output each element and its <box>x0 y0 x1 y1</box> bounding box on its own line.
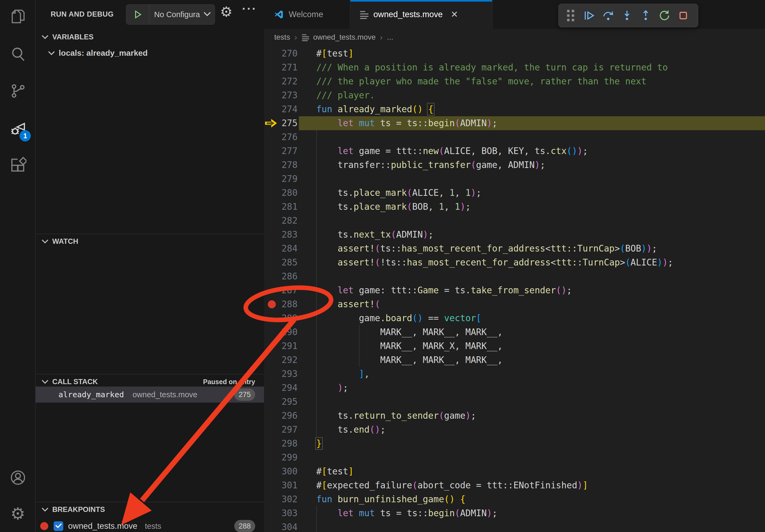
breadcrumb-item[interactable]: owned_tests.move <box>313 33 376 42</box>
code-line-280[interactable]: 280 ts.place_mark(ALICE, 1, 1); <box>264 186 765 200</box>
code-line-291[interactable]: 291 MARK__, MARK_X, MARK__, <box>264 339 765 353</box>
code-line-289[interactable]: 289 game.board() == vector[ <box>264 311 765 325</box>
code-line-302[interactable]: 302fun burn_unfinished_game() { <box>264 492 765 506</box>
code-line-296[interactable]: 296 ts.return_to_sender(game); <box>264 409 765 423</box>
gutter[interactable]: 270 <box>264 47 316 61</box>
gutter[interactable]: 287 <box>264 283 316 297</box>
gutter[interactable]: 289 <box>264 311 316 325</box>
code-line-278[interactable]: 278 transfer::public_transfer(game, ADMI… <box>264 158 765 172</box>
gutter[interactable]: 286 <box>264 269 316 283</box>
code-line-299[interactable]: 299 <box>264 450 765 464</box>
stop-icon[interactable] <box>674 5 693 26</box>
more-actions-icon[interactable]: ··· <box>242 2 257 16</box>
code-line-282[interactable]: 282 <box>264 214 765 228</box>
code-line-290[interactable]: 290 MARK__, MARK__, MARK__, <box>264 325 765 339</box>
gutter[interactable]: 271 <box>264 61 316 75</box>
code-line-270[interactable]: 270#[test] <box>264 47 765 61</box>
code-line-272[interactable]: 272/// the player who made the "false" m… <box>264 75 765 89</box>
code-line-273[interactable]: 273/// player. <box>264 89 765 102</box>
code-line-304[interactable]: 304 <box>264 520 765 532</box>
gutter[interactable]: 295 <box>264 395 316 409</box>
code-line-284[interactable]: 284 assert!(ts::has_most_recent_for_addr… <box>264 242 765 256</box>
gutter[interactable]: 297 <box>264 423 316 437</box>
gutter[interactable]: 284 <box>264 242 316 256</box>
code-line-292[interactable]: 292 MARK__, MARK__, MARK__, <box>264 353 765 367</box>
accounts-icon[interactable] <box>0 463 36 492</box>
gutter[interactable]: 274 <box>264 102 316 116</box>
code-line-295[interactable]: 295 <box>264 395 765 409</box>
breakpoint-list-item[interactable]: owned_tests.move tests 288 <box>36 519 264 532</box>
explorer-icon[interactable] <box>0 2 36 31</box>
source-control-icon[interactable] <box>0 76 36 106</box>
code-line-277[interactable]: 277 let game = ttt::new(ALICE, BOB, KEY,… <box>264 144 765 158</box>
code-line-271[interactable]: 271/// When a position is already marked… <box>264 61 765 75</box>
gutter[interactable]: 288 <box>264 297 316 311</box>
variables-locals-item[interactable]: locals: already_marked <box>36 46 264 61</box>
run-and-debug-icon[interactable]: 1 <box>0 114 36 143</box>
code-line-279[interactable]: 279 <box>264 172 765 186</box>
gutter[interactable]: 303 <box>264 506 316 520</box>
code-line-300[interactable]: 300#[test] <box>264 464 765 478</box>
gutter[interactable]: 301 <box>264 478 316 492</box>
debug-config-dropdown[interactable]: No Configura <box>126 4 215 25</box>
gutter[interactable]: 281 <box>264 200 316 214</box>
code-line-301[interactable]: 301#[expected_failure(abort_code = ttt::… <box>264 478 765 492</box>
gutter[interactable]: 292 <box>264 353 316 367</box>
breakpoint-checkbox[interactable] <box>54 521 63 531</box>
gutter[interactable]: 285 <box>264 256 316 269</box>
launch-settings-gear-icon[interactable]: ⚙ <box>220 4 233 20</box>
close-tab-icon[interactable]: ✕ <box>450 9 458 20</box>
gutter[interactable]: 279 <box>264 172 316 186</box>
toolbar-drag-handle[interactable] <box>561 5 580 26</box>
step-out-icon[interactable] <box>636 5 655 26</box>
gutter[interactable]: 291 <box>264 339 316 353</box>
gutter[interactable]: 278 <box>264 158 316 172</box>
restart-icon[interactable] <box>655 5 674 26</box>
code-line-285[interactable]: 285 assert!(!ts::has_most_recent_for_add… <box>264 256 765 269</box>
variables-section-header[interactable]: VARIABLES <box>36 30 264 45</box>
code-line-303[interactable]: 303 let mut ts = ts::begin(ADMIN); <box>264 506 765 520</box>
gutter[interactable]: 300 <box>264 464 316 478</box>
gutter[interactable]: 273 <box>264 89 316 102</box>
code-line-293[interactable]: 293 ], <box>264 367 765 381</box>
code-line-297[interactable]: 297 ts.end(); <box>264 423 765 437</box>
gutter[interactable]: 293 <box>264 367 316 381</box>
gutter[interactable]: 299 <box>264 450 316 464</box>
gutter[interactable]: 283 <box>264 228 316 242</box>
gutter[interactable]: 277 <box>264 144 316 158</box>
gutter[interactable]: 272 <box>264 75 316 89</box>
continue-icon[interactable] <box>580 5 599 26</box>
code-line-274[interactable]: 274fun already_marked() { <box>264 102 765 116</box>
watch-section-header[interactable]: WATCH <box>36 234 264 249</box>
step-into-icon[interactable] <box>618 5 636 26</box>
code-line-283[interactable]: 283 ts.next_tx(ADMIN); <box>264 228 765 242</box>
code-line-294[interactable]: 294 ); <box>264 381 765 395</box>
breadcrumb-item[interactable]: tests <box>274 33 290 42</box>
call-stack-frame[interactable]: already_marked owned_tests.move 275 <box>36 387 264 402</box>
start-debug-icon[interactable] <box>126 5 149 24</box>
code-line-276[interactable]: 276 <box>264 130 765 144</box>
code-line-298[interactable]: 298} <box>264 437 765 450</box>
gutter[interactable]: 275 <box>264 116 316 130</box>
gutter[interactable]: 276 <box>264 130 316 144</box>
breakpoints-section-header[interactable]: BREAKPOINTS <box>36 502 264 517</box>
code-line-287[interactable]: 287 let game: ttt::Game = ts.take_from_s… <box>264 283 765 297</box>
settings-gear-icon[interactable]: ⚙ <box>0 499 36 529</box>
gutter[interactable]: 280 <box>264 186 316 200</box>
extensions-icon[interactable] <box>0 150 36 180</box>
gutter[interactable]: 302 <box>264 492 316 506</box>
code-line-288[interactable]: 288 assert!( <box>264 297 765 311</box>
gutter[interactable]: 290 <box>264 325 316 339</box>
gutter[interactable]: 298 <box>264 437 316 450</box>
search-icon[interactable] <box>0 39 36 69</box>
gutter[interactable]: 304 <box>264 520 316 532</box>
tab-owned-tests-move[interactable]: owned_tests.move ✕ <box>350 0 493 29</box>
step-over-icon[interactable] <box>599 5 618 26</box>
code-line-286[interactable]: 286 <box>264 269 765 283</box>
gutter[interactable]: 282 <box>264 214 316 228</box>
breadcrumb-item[interactable]: ... <box>387 33 393 42</box>
code-line-275[interactable]: 275 let mut ts = ts::begin(ADMIN); <box>264 116 765 130</box>
code-line-281[interactable]: 281 ts.place_mark(BOB, 1, 1); <box>264 200 765 214</box>
gutter[interactable]: 296 <box>264 409 316 423</box>
tab-welcome[interactable]: Welcome <box>264 0 350 29</box>
